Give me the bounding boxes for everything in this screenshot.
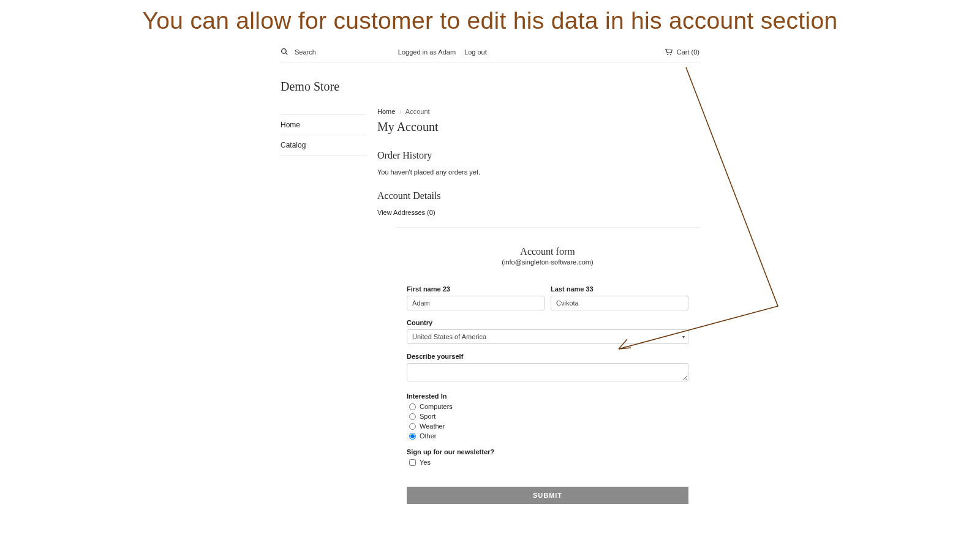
field-describe: Describe yourself (407, 353, 688, 384)
form-subtitle: (info@singleton-software.com) (396, 258, 699, 266)
radio-option-weather[interactable]: Weather (409, 422, 688, 430)
search-control[interactable]: Search (281, 48, 316, 56)
order-history-empty: You haven't placed any orders yet. (377, 168, 699, 176)
form-fields: First name 23 Last name 33 Country Uni (396, 285, 699, 504)
user-meta: Logged in as Adam Log out (398, 48, 487, 56)
newsletter-checkbox[interactable] (409, 459, 416, 466)
first-name-input[interactable] (407, 296, 545, 310)
app-window: Search Logged in as Adam Log out Cart (0… (281, 45, 699, 504)
field-newsletter: Sign up for our newsletter? Yes (407, 448, 688, 466)
describe-label: Describe yourself (407, 353, 688, 360)
radio-input[interactable] (409, 433, 416, 440)
logout-link[interactable]: Log out (464, 48, 487, 56)
logged-in-as[interactable]: Logged in as Adam (398, 48, 456, 56)
newsletter-option-label: Yes (420, 459, 431, 466)
radio-label: Weather (420, 422, 445, 430)
svg-point-3 (670, 54, 671, 55)
chevron-right-icon: › (397, 109, 404, 115)
radio-input[interactable] (409, 403, 416, 410)
order-history-title: Order History (377, 150, 699, 161)
page-title: My Account (377, 120, 699, 134)
interested-label: Interested In (407, 392, 688, 400)
radio-label: Sport (420, 413, 435, 420)
field-first-name: First name 23 (407, 285, 545, 310)
cart-icon (665, 48, 673, 56)
field-country: Country United States of America ▾ (407, 319, 688, 344)
cart-label: Cart (0) (677, 48, 699, 56)
account-details-title: Account Details (377, 190, 699, 201)
view-addresses-link[interactable]: View Addresses (0) (377, 209, 699, 216)
cart-link[interactable]: Cart (0) (665, 48, 699, 56)
radio-input[interactable] (409, 423, 416, 430)
main-content: Home › Account My Account Order History … (366, 80, 699, 504)
sidebar-item-home[interactable]: Home (281, 114, 366, 135)
country-label: Country (407, 319, 688, 326)
newsletter-option[interactable]: Yes (409, 459, 688, 466)
search-label: Search (295, 48, 316, 56)
breadcrumb-current: Account (405, 108, 430, 115)
radio-label: Other (420, 432, 437, 440)
sidebar-item-catalog[interactable]: Catalog (281, 135, 366, 156)
country-select[interactable]: United States of America (407, 329, 688, 344)
radio-option-other[interactable]: Other (409, 432, 688, 440)
sidebar: Demo Store Home Catalog (281, 80, 366, 504)
annotation-headline: You can allow for customer to edit his d… (0, 0, 980, 34)
newsletter-label: Sign up for our newsletter? (407, 448, 688, 455)
first-name-label: First name 23 (407, 285, 545, 293)
svg-point-0 (282, 49, 287, 54)
store-name: Demo Store (281, 80, 366, 94)
radio-label: Computers (420, 403, 453, 410)
field-last-name: Last name 33 (551, 285, 688, 310)
radio-option-computers[interactable]: Computers (409, 403, 688, 410)
form-title: Account form (396, 246, 699, 257)
submit-button[interactable]: SUBMIT (407, 487, 688, 504)
describe-textarea[interactable] (407, 363, 688, 381)
radio-input[interactable] (409, 413, 416, 420)
last-name-input[interactable] (551, 296, 688, 310)
svg-line-1 (285, 53, 287, 54)
search-icon (281, 48, 288, 56)
account-form-card: Account form (info@singleton-software.co… (396, 227, 699, 504)
field-interested: Interested In Computers Sport (407, 392, 688, 440)
storefront-body: Demo Store Home Catalog Home › Account M… (281, 80, 699, 504)
svg-point-2 (667, 54, 668, 55)
radio-option-sport[interactable]: Sport (409, 413, 688, 420)
top-bar: Search Logged in as Adam Log out Cart (0… (281, 45, 699, 62)
breadcrumb: Home › Account (377, 108, 699, 115)
breadcrumb-home[interactable]: Home (377, 108, 395, 115)
last-name-label: Last name 33 (551, 285, 688, 293)
